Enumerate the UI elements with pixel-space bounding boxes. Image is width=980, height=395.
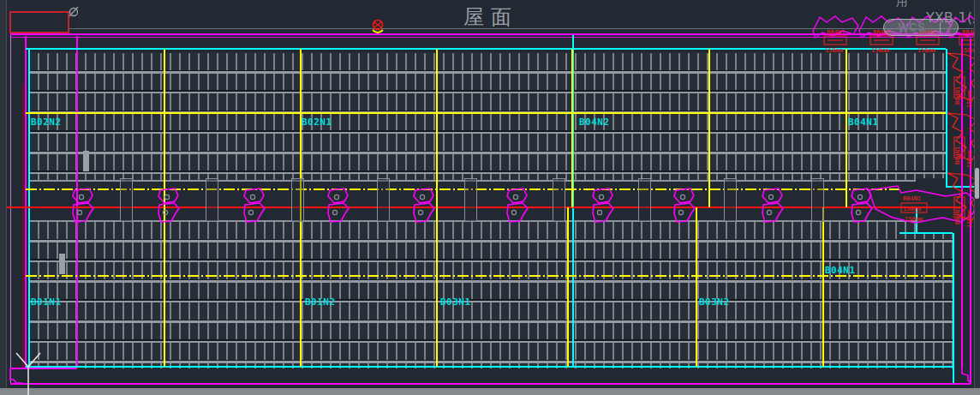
panel-zone-label: B02N2 [31,117,62,128]
chevron-down-icon[interactable]: ▾ [941,23,958,33]
purlin-slot [291,178,304,222]
left-dim-purple-line [10,35,11,384]
yellow-grid-vline [567,207,569,367]
purlin-slot [724,178,737,222]
purlin-slot [377,178,390,222]
diameter-icon [68,5,80,17]
svg-text:150mm: 150mm [966,210,973,228]
gutter-bracket-symbol [501,188,532,224]
panel-zone-label: B02N1 [302,117,332,128]
svg-text:150mm: 150mm [917,47,935,54]
left-magenta-vline [25,36,27,368]
roof-grid-lower [28,220,953,368]
wcs-label: WCS [884,21,940,33]
gutter-bracket-symbol [846,188,876,224]
purlin-slot [553,178,565,222]
wcs-viewport-control[interactable]: WCS ▾ [883,19,959,36]
panel-zone-label: B04N2 [579,117,610,128]
purlin-slot [464,178,477,222]
svg-text:150mm: 150mm [966,90,973,108]
gutter-bracket-symbol [587,188,618,224]
panel-zone-label: B01N1 [31,296,62,308]
clip-mark [83,151,89,171]
gutter-bracket-symbol [238,188,269,224]
roof-grid-upper [28,53,946,182]
cyan-right-vline-lower [953,233,954,384]
section-marker-icon [370,19,387,36]
yellow-grid-vline [822,207,824,367]
gutter-bracket-symbol [756,188,787,224]
panel-zone-label: B03N2 [699,296,730,308]
svg-text:150mm: 150mm [966,150,973,168]
dark-red-vline [22,86,24,368]
selection-highlight-rect [9,11,69,33]
gutter-bracket-symbol [67,188,98,224]
gutter-bracket-symbol [668,188,699,224]
drawing-title: 屋面 [463,3,518,31]
purlin-slot [120,178,133,222]
panel-zone-label: B03N1 [440,296,471,308]
svg-text:B04N1: B04N1 [827,29,845,36]
svg-text:150mm: 150mm [903,206,921,212]
svg-text:150mm: 150mm [825,47,843,54]
yellow-grid-vline [696,207,697,367]
crosshair-cursor [12,350,50,395]
flashing-profile-symbol: B04N1 150mm [812,12,862,53]
window-bottom-edge [0,388,980,395]
svg-text:B04N1: B04N1 [954,147,961,165]
gutter-bracket-symbol [152,188,183,224]
yellow-grid-vline [708,49,710,207]
clip-mark [59,254,65,274]
yellow-grid-vline [846,49,847,207]
svg-text:150mm: 150mm [871,47,889,54]
yellow-grid-vline [571,49,573,207]
gutter-bracket-symbol [322,188,353,224]
purlin-slot [638,178,651,222]
svg-text:B04N1: B04N1 [954,206,961,224]
svg-text:150mm: 150mm [905,216,923,223]
clipped-top-text: 用 [896,0,908,9]
panel-zone-label: B01N2 [305,296,336,308]
panel-zone-label: B04N1 [825,265,856,276]
svg-text:B04N1: B04N1 [903,195,921,202]
panel-zone-label: B04N1 [848,117,879,128]
window-left-edge [0,0,7,395]
purlin-slot [811,178,824,222]
gutter-bracket-symbol [408,188,439,224]
purlin-slot [206,178,218,222]
bottom-magenta-long [10,383,971,385]
scrollbar-thumb[interactable] [975,168,979,199]
cad-drawing-canvas[interactable]: 屋面 YXB-1(屋 用 B04N1 150mm 150mm [0,0,980,395]
svg-text:B04N1: B04N1 [954,87,961,105]
